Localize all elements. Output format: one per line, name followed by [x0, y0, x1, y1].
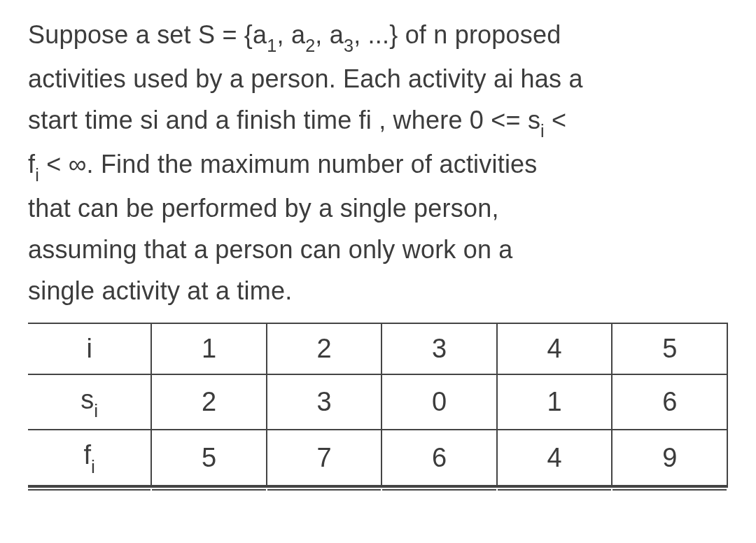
- text-fragment: , a: [315, 20, 344, 49]
- text-fragment: , ...} of n proposed: [354, 20, 561, 49]
- text-fragment: activities used by a person. Each activi…: [28, 64, 583, 93]
- row-header: fi: [28, 430, 151, 486]
- text-fragment: assuming that a person can only work on …: [28, 235, 513, 264]
- table-row: fi 5 7 6 4 9: [28, 430, 727, 486]
- text-fragment: <: [545, 106, 566, 134]
- table-row: i 1 2 3 4 5: [28, 323, 727, 374]
- subscript: 2: [305, 36, 315, 55]
- text-fragment: start time si and a finish time fi , whe…: [28, 106, 540, 134]
- subscript: i: [35, 165, 39, 185]
- row-header: i: [28, 323, 151, 374]
- table-cell: 1: [497, 374, 612, 430]
- text-fragment: Suppose a set S = {a: [28, 20, 267, 49]
- subscript: i: [540, 121, 545, 141]
- table-cell: 4: [497, 430, 612, 486]
- table-cell: 6: [382, 430, 497, 486]
- table-cell: 0: [382, 374, 497, 430]
- table-row: si 2 3 0 1 6: [28, 374, 727, 430]
- table-cell: 9: [612, 430, 727, 486]
- activity-table: i 1 2 3 4 5 si 2 3 0 1 6 fi 5 7 6 4 9: [28, 323, 728, 488]
- table-cell: 5: [612, 323, 727, 374]
- table-cell: 3: [382, 323, 497, 374]
- subscript: 3: [344, 36, 354, 55]
- table-cell: 7: [267, 430, 382, 486]
- text-fragment: that can be performed by a single person…: [28, 194, 499, 223]
- table-cell: 3: [267, 374, 382, 430]
- table-cell: 4: [497, 323, 612, 374]
- table-cell: 6: [612, 374, 727, 430]
- table-cell: 2: [267, 323, 382, 374]
- table-cell: 5: [151, 430, 267, 486]
- text-fragment: , a: [276, 20, 305, 49]
- subscript: 1: [267, 36, 276, 55]
- table-cell: 2: [151, 374, 267, 430]
- row-header: si: [28, 374, 151, 430]
- text-fragment: < ∞. Find the maximum number of activiti…: [39, 150, 538, 178]
- problem-statement: Suppose a set S = {a1, a2, a3, ...} of n…: [28, 14, 728, 312]
- text-fragment: f: [28, 150, 35, 178]
- table-cell: 1: [151, 323, 267, 374]
- text-fragment: single activity at a time.: [28, 276, 292, 305]
